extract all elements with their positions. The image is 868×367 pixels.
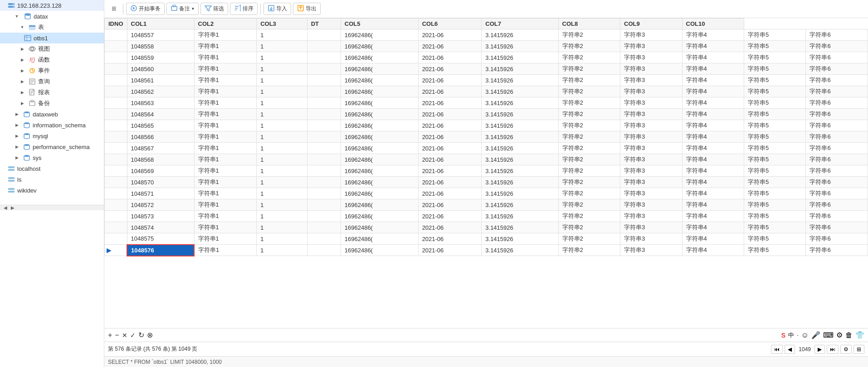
table-cell[interactable]: 字符串3 xyxy=(620,109,682,120)
table-cell[interactable]: 2021-06 xyxy=(418,97,482,109)
table-cell[interactable]: 字符串2 xyxy=(558,29,620,41)
table-cell[interactable]: 1048562 xyxy=(127,86,194,97)
table-cell[interactable]: 字符串2 xyxy=(558,143,620,154)
table-row[interactable]: 1048558字符串1116962486(2021-063.1415926字符串… xyxy=(105,41,868,52)
table-cell[interactable]: 字符串2 xyxy=(558,211,620,222)
table-cell[interactable]: 3.1415926 xyxy=(482,177,558,188)
table-cell[interactable]: 2021-06 xyxy=(418,222,482,233)
backup-button[interactable]: 备注 ▼ xyxy=(166,3,199,15)
table-cell[interactable]: 字符串3 xyxy=(620,131,682,143)
table-row[interactable]: 1048564字符串1116962486(2021-063.1415926字符串… xyxy=(105,109,868,120)
data-table-container[interactable]: IDNO COL1 COL2 COL3 DT COL5 COL6 COL7 CO… xyxy=(104,18,868,328)
sidebar-db-dataxweb[interactable]: ▶ dataxweb xyxy=(0,109,104,120)
table-cell[interactable]: 2021-06 xyxy=(418,75,482,86)
table-cell[interactable]: 字符串4 xyxy=(682,165,744,177)
table-cell[interactable]: 字符串5 xyxy=(744,29,806,41)
table-cell[interactable]: 16962486( xyxy=(341,177,418,188)
table-cell[interactable]: 1048570 xyxy=(127,177,194,188)
sidebar-server-wikidev[interactable]: wikidev xyxy=(0,185,104,196)
table-cell[interactable] xyxy=(307,222,341,233)
table-cell[interactable]: 字符串4 xyxy=(682,52,744,63)
table-cell[interactable]: 3.1415926 xyxy=(482,29,558,41)
table-cell[interactable]: 字符串5 xyxy=(744,63,806,75)
sidebar-server-localhost[interactable]: localhost xyxy=(0,163,104,174)
table-cell[interactable]: 字符串1 xyxy=(194,97,257,109)
nav-prev-button[interactable]: ◀ xyxy=(785,345,795,354)
table-cell[interactable]: 1 xyxy=(257,177,307,188)
table-cell[interactable]: 2021-06 xyxy=(418,86,482,97)
table-cell[interactable]: 1 xyxy=(257,86,307,97)
table-cell[interactable]: 16962486( xyxy=(341,165,418,177)
table-cell[interactable]: 1 xyxy=(257,199,307,211)
table-cell[interactable]: 字符串3 xyxy=(620,52,682,63)
table-cell[interactable]: 字符串2 xyxy=(558,109,620,120)
sidebar-queries-folder[interactable]: ▶ 查询 xyxy=(0,76,104,87)
table-cell[interactable]: 16962486( xyxy=(341,75,418,86)
table-cell[interactable]: 1 xyxy=(257,52,307,63)
begin-transaction-button[interactable]: 开始事务 xyxy=(126,3,165,15)
grid-view-button[interactable]: ⊞ xyxy=(853,345,864,354)
table-cell[interactable]: 字符串3 xyxy=(620,154,682,165)
table-cell[interactable]: 2021-06 xyxy=(418,233,482,245)
filter-button[interactable]: 筛选 xyxy=(200,3,228,15)
table-cell[interactable]: 2021-06 xyxy=(418,109,482,120)
table-cell[interactable]: 1 xyxy=(257,143,307,154)
table-cell[interactable]: 字符串4 xyxy=(682,245,744,256)
sidebar-hscroll[interactable]: ◀ ▶ xyxy=(0,205,104,210)
table-cell[interactable]: 字符串1 xyxy=(194,233,257,245)
table-cell[interactable] xyxy=(307,63,341,75)
table-cell[interactable]: 字符串1 xyxy=(194,75,257,86)
table-cell[interactable]: 1 xyxy=(257,120,307,131)
table-cell[interactable]: 2021-06 xyxy=(418,63,482,75)
table-cell[interactable]: 2021-06 xyxy=(418,245,482,256)
table-cell[interactable]: 字符串4 xyxy=(682,199,744,211)
settings-button[interactable]: ⚙ xyxy=(840,345,852,354)
table-cell[interactable]: 1048571 xyxy=(127,188,194,199)
table-cell[interactable]: 16962486( xyxy=(341,86,418,97)
table-cell[interactable]: 字符串1 xyxy=(194,222,257,233)
table-cell[interactable]: 2021-06 xyxy=(418,165,482,177)
table-cell[interactable]: 字符串4 xyxy=(682,188,744,199)
table-cell[interactable]: 3.1415926 xyxy=(482,245,558,256)
table-cell[interactable]: 字符串1 xyxy=(194,188,257,199)
table-cell[interactable]: 1048567 xyxy=(127,143,194,154)
table-cell[interactable] xyxy=(307,120,341,131)
table-cell[interactable]: 1 xyxy=(257,165,307,177)
sidebar-db-datax[interactable]: ▼ datax xyxy=(0,11,104,22)
table-row[interactable]: 1048570字符串1116962486(2021-063.1415926字符串… xyxy=(105,177,868,188)
table-cell[interactable]: 16962486( xyxy=(341,211,418,222)
table-row[interactable]: 1048566字符串1116962486(2021-063.1415926字符串… xyxy=(105,131,868,143)
hamburger-button[interactable]: ≡ xyxy=(108,2,120,15)
table-cell[interactable]: 2021-06 xyxy=(418,131,482,143)
table-cell[interactable]: 字符串5 xyxy=(744,143,806,154)
table-row[interactable]: 1048573字符串1116962486(2021-063.1415926字符串… xyxy=(105,211,868,222)
table-cell[interactable]: 字符串5 xyxy=(744,154,806,165)
table-cell[interactable]: 字符串5 xyxy=(744,41,806,52)
table-cell[interactable] xyxy=(307,52,341,63)
table-cell[interactable]: 1048563 xyxy=(127,97,194,109)
table-cell[interactable]: 字符串3 xyxy=(620,188,682,199)
table-cell[interactable]: 字符串1 xyxy=(194,131,257,143)
table-cell[interactable]: 字符串1 xyxy=(194,86,257,97)
table-cell[interactable]: 16962486( xyxy=(341,63,418,75)
table-cell[interactable]: 字符串1 xyxy=(194,165,257,177)
table-cell[interactable]: 16962486( xyxy=(341,188,418,199)
table-cell[interactable]: 字符串2 xyxy=(558,177,620,188)
table-cell[interactable]: 3.1415926 xyxy=(482,41,558,52)
table-cell[interactable]: 3.1415926 xyxy=(482,109,558,120)
table-cell[interactable]: 1048573 xyxy=(127,211,194,222)
table-cell[interactable]: 字符串2 xyxy=(558,188,620,199)
col-header-col5[interactable]: COL5 xyxy=(341,19,418,29)
table-cell[interactable]: 字符串6 xyxy=(806,165,868,177)
table-cell[interactable]: 1 xyxy=(257,29,307,41)
table-cell[interactable]: 16962486( xyxy=(341,143,418,154)
sidebar-tables-folder[interactable]: ▼ 表 xyxy=(0,22,104,33)
table-cell[interactable]: 字符串3 xyxy=(620,245,682,256)
table-cell[interactable]: 字符串4 xyxy=(682,63,744,75)
table-cell[interactable]: 1 xyxy=(257,188,307,199)
col-header-col8[interactable]: COL8 xyxy=(558,19,620,29)
table-row[interactable]: 1048571字符串1116962486(2021-063.1415926字符串… xyxy=(105,188,868,199)
sidebar-db-mysql[interactable]: ▶ mysql xyxy=(0,130,104,141)
sidebar-backup-folder[interactable]: ▶ 备份 xyxy=(0,98,104,109)
table-cell[interactable]: 字符串5 xyxy=(744,52,806,63)
